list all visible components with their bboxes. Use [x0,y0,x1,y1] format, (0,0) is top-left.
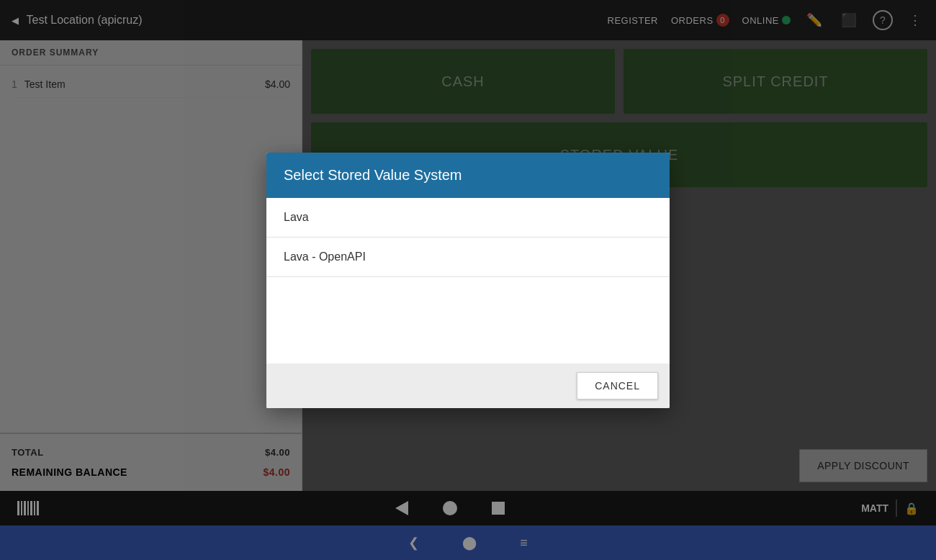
list-item[interactable]: Lava - OpenAPI [266,238,670,277]
dialog: Select Stored Value System Lava Lava - O… [266,153,670,408]
list-item[interactable]: Lava [266,198,670,238]
dialog-spacer [266,277,670,363]
cancel-button[interactable]: CANCEL [577,372,658,399]
dialog-header: Select Stored Value System [266,153,670,198]
modal-overlay: Select Stored Value System Lava Lava - O… [0,0,936,560]
dialog-list: Lava Lava - OpenAPI [266,198,670,363]
dialog-footer: CANCEL [266,363,670,408]
